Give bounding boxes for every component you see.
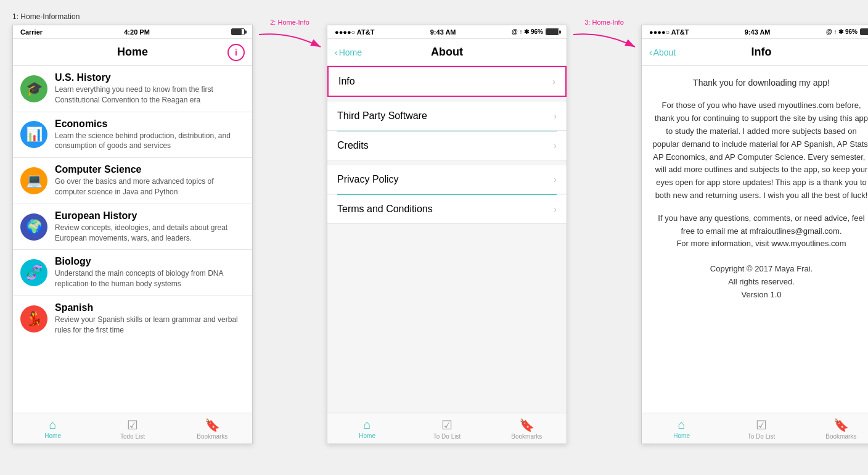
- screen3-status-bar: ●●●●○ AT&T 9:43 AM @ ↑ ✱ 96%: [642, 25, 868, 39]
- cs-text: Computer Science Go over the basics and …: [55, 164, 245, 197]
- tab-bookmarks[interactable]: 🔖 Bookmarks: [173, 413, 252, 444]
- arrow2-label: 3: Home-Info: [584, 19, 624, 26]
- privacy-chevron-icon: ›: [554, 175, 557, 184]
- screen1-phone: Carrier 4:20 PM Home i 🎓: [12, 25, 253, 444]
- s2-battery-icon: [546, 28, 559, 35]
- economics-text: Economics Learn the science behind produ…: [55, 118, 245, 152]
- arrow1-svg: [253, 28, 327, 59]
- s2-tab-bookmarks[interactable]: 🔖 Bookmarks: [487, 413, 567, 444]
- arrow1-label: 2: Home-Info: [270, 19, 309, 26]
- list-item-biology[interactable]: 🧬 Biology Understand the main concepts o…: [13, 250, 252, 296]
- biology-desc: Understand the main concepts of biology …: [55, 268, 245, 289]
- screen3-title: Info: [751, 46, 772, 59]
- screen3-wrapper: x ●●●●○ AT&T 9:43 AM @ ↑ ✱ 96% ‹ About: [641, 12, 868, 444]
- s2-time: 9:43 AM: [430, 28, 456, 36]
- time: 4:20 PM: [124, 28, 150, 36]
- eu-history-icon: 🌍: [20, 213, 47, 241]
- info-para3: If you have any questions, comments, or …: [652, 212, 868, 250]
- s3-time: 9:43 AM: [745, 28, 771, 36]
- info-menu-label: Info: [338, 76, 355, 87]
- home-tab-icon: ⌂: [49, 418, 57, 432]
- s2-home-icon: ⌂: [364, 418, 371, 432]
- list-item-european-history[interactable]: 🌍 European History Review concepts, ideo…: [13, 204, 252, 250]
- terms-chevron-icon: ›: [554, 204, 557, 214]
- spanish-title: Spanish: [55, 302, 245, 313]
- cs-desc: Go over the basics and more advanced top…: [55, 176, 245, 197]
- screen1-label: 1: Home-Information: [12, 12, 80, 21]
- todo-tab-icon: ☑: [127, 418, 138, 432]
- s2-tab-home[interactable]: ⌂ Home: [327, 413, 407, 444]
- screen1-wrapper: 1: Home-Information Carrier 4:20 PM Home…: [12, 12, 253, 444]
- s2-todo-icon: ☑: [441, 418, 452, 432]
- home-tab-label: Home: [44, 432, 61, 439]
- s2-todo-label: To Do List: [433, 433, 461, 440]
- list-item-us-history[interactable]: 🎓 U.S. History Learn everything you need…: [13, 66, 252, 112]
- terms-label: Terms and Conditions: [337, 204, 433, 215]
- tab-todo[interactable]: ☑ Todo List: [92, 413, 172, 444]
- screen2-status-bar: ●●●●○ AT&T 9:43 AM @ ↑ ✱ 96%: [327, 25, 567, 39]
- s3-home-icon: ⌂: [678, 418, 686, 432]
- s3-tab-home[interactable]: ⌂ Home: [642, 413, 721, 444]
- third-party-label: Third Party Software: [337, 110, 427, 122]
- carrier: Carrier: [20, 28, 43, 36]
- credits-chevron-icon: ›: [554, 141, 557, 151]
- economics-title: Economics: [55, 118, 245, 130]
- tab-home[interactable]: ⌂ Home: [13, 413, 92, 444]
- biology-icon: 🧬: [20, 259, 47, 286]
- screen1-content: 🎓 U.S. History Learn everything you need…: [13, 66, 252, 413]
- s2-home-label: Home: [359, 432, 375, 439]
- us-history-icon: 🎓: [20, 75, 47, 102]
- cs-title: Computer Science: [55, 164, 245, 175]
- s3-carrier: ●●●●○ AT&T: [649, 28, 689, 36]
- menu-info[interactable]: Info ›: [327, 66, 567, 97]
- eu-history-title: European History: [55, 210, 245, 221]
- economics-desc: Learn the science behind production, dis…: [55, 131, 245, 152]
- s3-todo-label: To Do List: [748, 433, 775, 440]
- screen1-status-bar: Carrier 4:20 PM: [13, 25, 252, 39]
- s2-carrier: ●●●●○ AT&T: [335, 28, 374, 36]
- us-history-desc: Learn everything you need to know from t…: [55, 85, 245, 105]
- s3-bookmarks-label: Bookmarks: [825, 433, 856, 440]
- screen3-phone: ●●●●○ AT&T 9:43 AM @ ↑ ✱ 96% ‹ About Inf…: [641, 25, 868, 444]
- s3-tab-todo[interactable]: ☑ To Do List: [721, 413, 801, 444]
- back-about-button[interactable]: ‹ About: [649, 48, 676, 57]
- info-para2: For those of you who have used myoutline…: [652, 99, 868, 202]
- s3-todo-icon: ☑: [756, 418, 767, 432]
- spanish-desc: Review your Spanish skills or learn gram…: [55, 315, 245, 336]
- biology-text: Biology Understand the main concepts of …: [55, 256, 245, 289]
- s2-tab-todo[interactable]: ☑ To Do List: [407, 413, 486, 444]
- info-button[interactable]: i: [227, 44, 245, 61]
- s3-home-label: Home: [673, 432, 690, 439]
- menu-terms[interactable]: Terms and Conditions ›: [327, 195, 567, 224]
- biology-title: Biology: [55, 256, 245, 267]
- cs-icon: 💻: [20, 167, 47, 194]
- list-item-computer-science[interactable]: 💻 Computer Science Go over the basics an…: [13, 158, 252, 204]
- privacy-label: Privacy Policy: [337, 174, 399, 185]
- arrow2-svg: [567, 28, 641, 59]
- menu-credits[interactable]: Credits ›: [327, 131, 567, 160]
- menu-third-party[interactable]: Third Party Software ›: [327, 102, 567, 131]
- us-history-title: U.S. History: [55, 72, 245, 83]
- screen3-content: Thank you for downloading my app! For th…: [642, 66, 868, 413]
- back-home-label: Home: [339, 48, 362, 57]
- screen2-wrapper: x ●●●●○ AT&T 9:43 AM @ ↑ ✱ 96% ‹ Home: [327, 12, 567, 444]
- screen2-title: About: [431, 46, 463, 59]
- screen2-phone: ●●●●○ AT&T 9:43 AM @ ↑ ✱ 96% ‹ Home Abou…: [327, 25, 567, 444]
- menu-privacy[interactable]: Privacy Policy ›: [327, 165, 567, 194]
- screen2-nav: ‹ Home About: [327, 39, 567, 66]
- eu-history-text: European History Review concepts, ideolo…: [55, 210, 245, 244]
- screen2-tab-bar: ⌂ Home ☑ To Do List 🔖 Bookmarks: [327, 413, 567, 444]
- credits-label: Credits: [337, 140, 369, 151]
- back-home-button[interactable]: ‹ Home: [335, 48, 362, 57]
- spanish-icon: 💃: [20, 305, 47, 332]
- battery-area: [231, 28, 245, 35]
- screen1-tab-bar: ⌂ Home ☑ Todo List 🔖 Bookmarks: [13, 413, 252, 444]
- s3-tab-bookmarks[interactable]: 🔖 Bookmarks: [801, 413, 868, 444]
- screen1-title: Home: [117, 46, 148, 59]
- list-item-economics[interactable]: 📊 Economics Learn the science behind pro…: [13, 112, 252, 159]
- s3-battery-icon: [860, 28, 868, 35]
- info-chevron-icon: ›: [552, 76, 555, 86]
- s3-battery-area: @ ↑ ✱ 96%: [826, 28, 868, 35]
- bookmarks-tab-label: Bookmarks: [197, 433, 227, 440]
- list-item-spanish[interactable]: 💃 Spanish Review your Spanish skills or …: [13, 296, 252, 342]
